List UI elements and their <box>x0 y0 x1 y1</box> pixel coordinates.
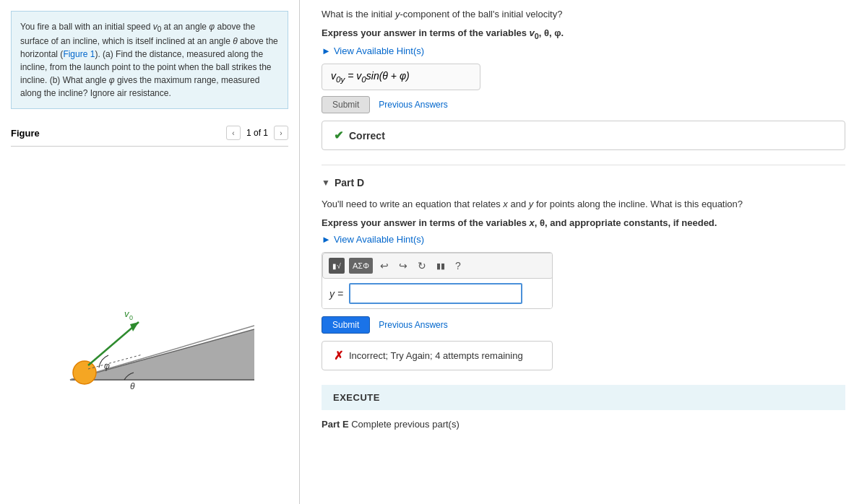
prev-figure-button[interactable]: ‹ <box>226 126 241 140</box>
figure-nav: ‹ 1 of 1 › <box>226 126 288 140</box>
figure-canvas: v 0 φ θ <box>11 154 288 504</box>
problem-statement: You fire a ball with an initial speed v0… <box>11 11 288 109</box>
math-input-inner: y = <box>322 279 552 308</box>
execute-section: EXECUTE <box>322 385 845 410</box>
hint-arrow-icon: ► <box>322 45 331 56</box>
svg-line-4 <box>88 322 139 365</box>
undo-button[interactable]: ↩ <box>377 258 392 273</box>
part-e-text: Complete previous part(s) <box>351 419 460 430</box>
part-d-title: Part D <box>335 177 364 188</box>
x-icon: ✗ <box>334 349 343 362</box>
part-e-section: Part E Complete previous part(s) <box>322 410 845 430</box>
part-e-label: Part E <box>322 419 349 430</box>
submit-button-partd[interactable]: Submit <box>322 316 370 334</box>
svg-text:θ: θ <box>130 381 135 391</box>
hint-text-d[interactable]: View Available Hint(s) <box>334 234 424 245</box>
math-toolbar: ▮√ ΑΣΦ ↩ ↪ ↻ ▮▮ ? <box>322 253 553 279</box>
math-input-field[interactable] <box>349 283 522 304</box>
incorrect-label: Incorrect; Try Again; 4 attempts remaini… <box>349 350 523 361</box>
part-d-question2: Express your answer in terms of the vari… <box>322 216 845 230</box>
correct-box: ✔ Correct <box>322 121 845 150</box>
execute-label: EXECUTE <box>333 392 380 403</box>
submit-row-top: Submit Previous Answers <box>322 96 845 113</box>
hint-text[interactable]: View Available Hint(s) <box>334 45 424 56</box>
hint-arrow-icon-d: ► <box>322 234 331 245</box>
previous-answers-link-top[interactable]: Previous Answers <box>379 100 447 110</box>
figure-header: Figure ‹ 1 of 1 › <box>11 120 288 147</box>
input-label: y = <box>329 288 343 300</box>
help-button[interactable]: ? <box>452 258 464 273</box>
chevron-down-icon[interactable]: ▼ <box>322 178 330 188</box>
svg-marker-0 <box>70 318 254 380</box>
question-line1: What is the initial y-component of the b… <box>322 7 845 22</box>
sigma-button[interactable]: ΑΣΦ <box>349 258 373 274</box>
ball <box>73 361 96 384</box>
redo-button[interactable]: ↪ <box>396 258 410 273</box>
problem-text-content: You fire a ball with an initial speed v0… <box>20 22 278 98</box>
hint-link-partd[interactable]: ► View Available Hint(s) <box>322 234 845 245</box>
submit-button-top[interactable]: Submit <box>322 96 370 113</box>
figure-area: Figure ‹ 1 of 1 › <box>0 120 299 504</box>
figure-diagram: v 0 φ θ <box>45 261 254 398</box>
svg-text:0: 0 <box>129 314 133 321</box>
reset-button[interactable]: ↻ <box>415 258 429 273</box>
correct-label: Correct <box>349 130 385 142</box>
part-d-label: ▼ Part D <box>322 177 845 188</box>
previous-answers-link-partd[interactable]: Previous Answers <box>379 320 447 330</box>
figure-link[interactable]: Figure 1 <box>63 49 95 59</box>
fraction-button[interactable]: ▮√ <box>329 258 345 274</box>
figure-page: 1 of 1 <box>246 128 268 138</box>
hint-link-top[interactable]: ► View Available Hint(s) <box>322 45 845 56</box>
keyboard-button[interactable]: ▮▮ <box>434 260 448 272</box>
right-panel: What is the initial y-component of the b… <box>300 0 867 504</box>
left-panel: You fire a ball with an initial speed v0… <box>0 0 300 504</box>
math-input-wrapper: ▮√ ΑΣΦ ↩ ↪ ↻ ▮▮ ? y = <box>322 252 553 309</box>
answered-formula: v0y = v0sin(θ + φ) <box>322 64 480 90</box>
submit-row-partd: Submit Previous Answers <box>322 316 845 334</box>
svg-marker-5 <box>130 322 139 331</box>
figure-title: Figure <box>11 128 40 139</box>
incorrect-box: ✗ Incorrect; Try Again; 4 attempts remai… <box>322 341 553 370</box>
svg-text:φ: φ <box>104 361 110 371</box>
part-d-question1: You'll need to write an equation that re… <box>322 197 845 212</box>
check-icon: ✔ <box>334 129 343 142</box>
next-figure-button[interactable]: › <box>274 126 288 140</box>
part-d-section: ▼ Part D You'll need to write an equatio… <box>322 165 845 370</box>
question-line2: Express your answer in terms of the vari… <box>322 26 845 42</box>
